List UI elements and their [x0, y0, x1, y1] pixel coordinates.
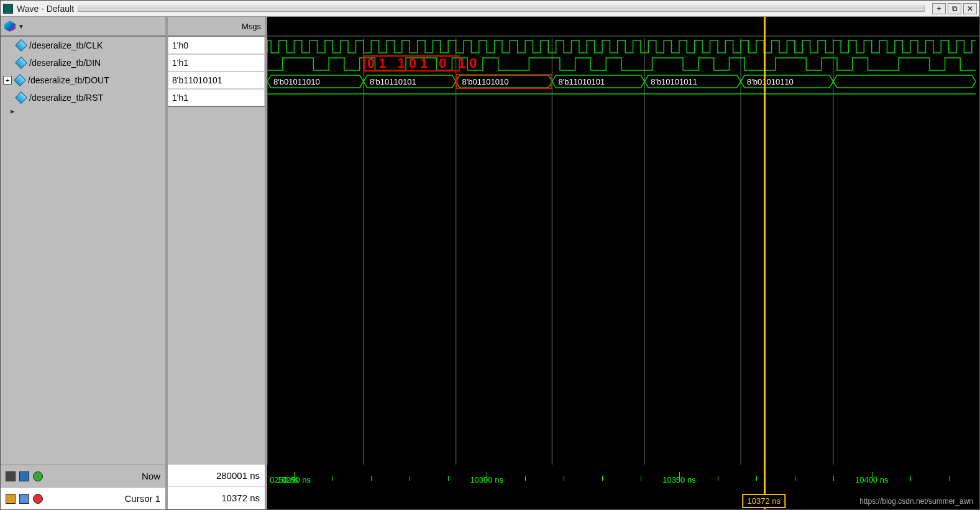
- signal-names-column: ▼ /deseralize_tb/CLK/deseralize_tb/DIN+/…: [1, 17, 168, 465]
- signal-value: 8'b11010101: [168, 72, 265, 89]
- footer-values: 280001 ns 10372 ns: [168, 465, 267, 509]
- cursor-line[interactable]: [764, 17, 766, 465]
- time-ruler[interactable]: 10250 ns10300 ns10350 ns10400 ns0250 ns: [267, 465, 979, 484]
- cursor-flag: 10372 ns: [742, 494, 785, 508]
- signal-value: 1'h1: [168, 54, 265, 72]
- objects-icon[interactable]: [4, 21, 16, 32]
- svg-text:8'b01011010: 8'b01011010: [273, 77, 320, 86]
- content: ▼ /deseralize_tb/CLK/deseralize_tb/DIN+/…: [1, 17, 979, 509]
- titlebar-groove: [78, 6, 925, 12]
- now-label: Now: [142, 471, 160, 481]
- svg-text:8'b01010110: 8'b01010110: [747, 77, 794, 86]
- titlebar-buttons: ＋ ⧉ ✕: [932, 3, 977, 14]
- signal-diamond-icon: [15, 39, 27, 52]
- signal-row[interactable]: /deseralize_tb/RST: [1, 89, 165, 106]
- signal-name: /deseralize_tb/CLK: [29, 40, 103, 50]
- signal-diamond-icon: [15, 57, 27, 69]
- svg-text:8'b10101011: 8'b10101011: [651, 77, 697, 86]
- signal-value: 1'h0: [168, 37, 265, 54]
- msgs-column: Msgs 1'h01'h18'b110101011'h1: [168, 17, 267, 465]
- footer-now-row: Now: [1, 465, 165, 487]
- close-button[interactable]: ✕: [963, 3, 977, 14]
- names-header: ▼: [1, 17, 165, 37]
- window-title: Wave - Default: [17, 4, 74, 14]
- signal-row[interactable]: /deseralize_tb/CLK: [1, 37, 165, 54]
- chevron-down-icon[interactable]: ▼: [18, 23, 24, 30]
- wrench-icon[interactable]: [19, 494, 29, 504]
- signal-name-list: /deseralize_tb/CLK/deseralize_tb/DIN+/de…: [1, 37, 165, 465]
- footer-names: Now Cursor 1: [1, 465, 168, 509]
- watermark: https://blog.csdn.net/summer_awn: [859, 497, 973, 506]
- footer-wave: 10250 ns10300 ns10350 ns10400 ns0250 ns …: [267, 465, 979, 509]
- ruler-label: 10350 ns: [662, 475, 696, 484]
- ruler-label: 10400 ns: [855, 475, 889, 484]
- plus-icon[interactable]: [33, 471, 43, 481]
- signal-name: /deseralize_tb/RST: [29, 93, 103, 103]
- svg-text:8'b10110101: 8'b10110101: [370, 77, 416, 86]
- signal-name: /deseralize_tb/DIN: [29, 58, 101, 68]
- msgs-header: Msgs: [168, 17, 265, 37]
- add-button[interactable]: ＋: [932, 3, 946, 14]
- ruler-label: 0250 ns: [270, 475, 298, 484]
- signal-value: 1'h1: [168, 89, 265, 106]
- expand-icon[interactable]: +: [3, 76, 12, 85]
- waveform-area[interactable]: 8'b010110108'b101101018'b011010108'b1101…: [267, 17, 979, 465]
- lock-icon[interactable]: [6, 494, 16, 504]
- minus-icon[interactable]: [33, 494, 43, 504]
- footer: Now Cursor 1 280001 ns 10372 ns 10250 ns…: [1, 465, 979, 509]
- signal-row[interactable]: +/deseralize_tb/DOUT: [1, 72, 165, 89]
- now-value: 280001 ns: [168, 465, 265, 487]
- cursor-value: 10372 ns: [168, 487, 265, 509]
- svg-text:8'b11010101: 8'b11010101: [558, 77, 605, 86]
- footer-cursor-row: Cursor 1: [1, 487, 165, 509]
- signal-diamond-icon: [14, 74, 26, 86]
- monitor-icon[interactable]: [19, 471, 29, 481]
- titlebar: Wave - Default ＋ ⧉ ✕: [1, 1, 979, 17]
- signal-name: /deseralize_tb/DOUT: [28, 75, 109, 85]
- ruler-label: 10300 ns: [470, 475, 503, 484]
- undock-button[interactable]: ⧉: [948, 3, 961, 14]
- signal-row[interactable]: /deseralize_tb/DIN: [1, 54, 165, 72]
- collapse-arrow-icon[interactable]: ▸: [1, 106, 165, 119]
- waveform-svg: 8'b010110108'b101101018'b011010108'b1101…: [267, 17, 976, 465]
- msgs-value-list: 1'h01'h18'b110101011'h1: [168, 37, 265, 465]
- computer-icon[interactable]: [6, 471, 16, 481]
- cursor-name: Cursor 1: [124, 493, 160, 504]
- main-row: ▼ /deseralize_tb/CLK/deseralize_tb/DIN+/…: [1, 17, 979, 465]
- app-icon: [3, 4, 13, 14]
- wave-window: Wave - Default ＋ ⧉ ✕ ▼ /deseralize_tb/CL…: [0, 0, 980, 510]
- svg-text:8'b01101010: 8'b01101010: [462, 77, 509, 86]
- signal-diamond-icon: [15, 91, 27, 104]
